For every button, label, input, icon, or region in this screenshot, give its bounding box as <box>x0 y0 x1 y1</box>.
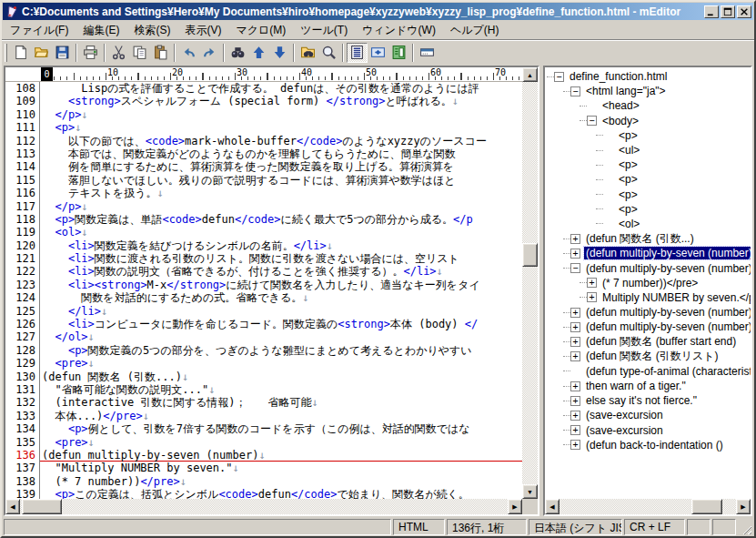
menu-item-5[interactable]: ツール(T) <box>293 21 355 40</box>
editor-line-row[interactable]: 125 </li>↓ <box>5 305 522 318</box>
editor-line-row[interactable]: 112 以下の節では、<code>mark-whole-buffer</code… <box>5 135 522 147</box>
new-file-button[interactable] <box>10 43 31 63</box>
print-button[interactable] <box>80 43 101 63</box>
editor-line-row[interactable]: 123 <li><strong>M-x</strong>に続けて関数名を入力した… <box>5 279 522 291</box>
scroll-track[interactable] <box>20 499 508 514</box>
close-button[interactable] <box>737 5 751 18</box>
scroll-right-button[interactable]: ▶ <box>508 499 522 514</box>
editor-line-row[interactable]: 126 <li>コンピュータに動作を命じるコード。関数定義の<strong>本体… <box>5 318 522 330</box>
tree-item-15[interactable]: +Multiply NUMBER by seven.</pre> <box>545 290 751 305</box>
menu-item-1[interactable]: 編集(E) <box>76 21 126 40</box>
expand-icon[interactable]: + <box>570 234 580 244</box>
editor-line-row[interactable]: 108 Lispの式を評価することで作成する。 defunは、その引数を通常のよ… <box>5 82 522 95</box>
expand-icon[interactable]: + <box>570 440 580 450</box>
tree-item-7[interactable]: <p> <box>545 172 751 187</box>
editor-line-row[interactable]: 120 <li>関数定義を結びつけるシンボルの名前。</li>↓ <box>5 239 522 252</box>
toolbar-grip[interactable] <box>5 44 7 62</box>
editor-line-row[interactable]: 138 (* 7 number))</pre>↓ <box>5 475 522 488</box>
menu-item-0[interactable]: ファイル(F) <box>3 21 76 40</box>
maximize-button[interactable] <box>721 5 735 18</box>
editor-line-row[interactable]: 139 <p>この定義は、括弧とシンボル<code>defun</code>で始… <box>5 488 522 499</box>
scroll-thumb[interactable] <box>691 499 722 514</box>
expand-icon[interactable]: + <box>570 322 580 332</box>
editor-line-row[interactable]: 115 落胆しないでほしい。残りの節で説明するコードには、算術演算や数学はほと <box>5 174 522 187</box>
scroll-left-button[interactable]: ◀ <box>545 499 559 514</box>
zoom-button[interactable] <box>318 43 339 63</box>
current-line-row[interactable]: 136(defun multiply-by-seven (number)↓ <box>5 449 522 462</box>
undo-button[interactable] <box>178 43 199 63</box>
find-next-button[interactable] <box>269 43 290 63</box>
title-bar[interactable]: C:¥Documents and Settings¥Hero¥My Docume… <box>3 3 753 20</box>
tree-item-16[interactable]: +(defun multiply-by-seven (number) <box>545 305 751 320</box>
tree-item-20[interactable]: (defun type-of-animal (characteristic) <box>545 364 751 379</box>
tree-item-9[interactable]: <p> <box>545 202 751 217</box>
editor-horizontal-scrollbar[interactable]: ◀ ▶ <box>5 499 522 514</box>
tree-item-12[interactable]: +(defun multiply-by-seven (number) <box>545 246 751 260</box>
cut-button[interactable] <box>108 43 129 63</box>
scroll-left-button[interactable]: ◀ <box>5 499 20 514</box>
collapse-icon[interactable]: − <box>570 86 580 96</box>
menu-item-7[interactable]: ヘルプ(H) <box>443 21 507 40</box>
scroll-thumb[interactable] <box>22 499 62 514</box>
editor-line-row[interactable]: 110 </p>↓ <box>5 108 522 121</box>
expand-icon[interactable]: + <box>570 308 580 318</box>
editor-line-row[interactable]: 114 例を簡単にするために、算術演算を使った関数定義を取り上げる。算術演算を <box>5 160 522 173</box>
expand-icon[interactable]: + <box>587 292 597 302</box>
expand-icon[interactable]: + <box>570 337 580 347</box>
tree-item-25[interactable]: +(defun back-to-indentation () <box>545 438 751 452</box>
expand-icon[interactable]: + <box>570 249 580 259</box>
tree-item-4[interactable]: <p> <box>545 128 751 143</box>
collapse-icon[interactable]: − <box>570 263 580 273</box>
editor-line-row[interactable]: 109 <strong>スペシャルフォーム (special form) </s… <box>5 95 522 107</box>
scroll-right-button[interactable]: ▶ <box>736 499 751 514</box>
scroll-up-button[interactable]: ▲ <box>522 67 538 82</box>
find-button[interactable] <box>227 43 248 63</box>
tree-item-22[interactable]: +else say it's not fierce." <box>545 393 751 408</box>
paste-button[interactable] <box>150 43 171 63</box>
save-file-button[interactable] <box>52 43 73 63</box>
outline-panel-button[interactable] <box>388 43 409 63</box>
view-normal-button[interactable] <box>347 43 368 63</box>
tree-item-6[interactable]: <p> <box>545 157 751 172</box>
editor-line-row[interactable]: 118 <p>関数定義は、単語<code>defun</code>に続く最大で5… <box>5 213 522 226</box>
redo-button[interactable] <box>199 43 220 63</box>
tree-item-24[interactable]: +(save-excursion <box>545 423 751 438</box>
editor-line-row[interactable]: 124 関数を対話的にするための式。省略できる。↓ <box>5 291 522 304</box>
expand-icon[interactable]: + <box>570 351 580 361</box>
word-wrap-button[interactable] <box>368 43 388 63</box>
collapse-icon[interactable]: − <box>554 72 564 82</box>
tree-item-18[interactable]: +(defun 関数名 (buffer start end) <box>545 334 751 349</box>
editor-line-row[interactable]: 113 本節では、関数定義がどのようなものかを理解してもらうために、簡単な関数 <box>5 147 522 160</box>
editor-line-row[interactable]: 127 </ol>↓ <box>5 330 522 343</box>
tree-item-0[interactable]: −define_function.html <box>545 69 751 84</box>
tree-item-21[interactable]: +then warn of a tiger." <box>545 379 751 393</box>
tree-item-14[interactable]: +(* 7 number))</pre> <box>545 276 751 290</box>
tree-horizontal-scrollbar[interactable]: ◀ ▶ <box>545 499 751 514</box>
menu-item-3[interactable]: 表示(V) <box>177 21 228 40</box>
find-in-files-button[interactable] <box>297 43 318 63</box>
tree-item-5[interactable]: <ul> <box>545 143 751 157</box>
scroll-track[interactable] <box>559 499 736 514</box>
editor-line-row[interactable]: 119 <ol>↓ <box>5 226 522 239</box>
resize-grip[interactable] <box>738 519 752 535</box>
editor-line-row[interactable]: 117 </p>↓ <box>5 200 522 213</box>
expand-icon[interactable]: + <box>570 411 580 421</box>
tree-item-10[interactable]: <ol> <box>545 217 751 231</box>
tree-item-3[interactable]: −<body> <box>545 114 751 128</box>
editor-line-row[interactable]: 129 <pre>↓ <box>5 357 522 370</box>
scroll-down-button[interactable]: ▼ <box>522 484 538 499</box>
scroll-track[interactable] <box>522 82 538 484</box>
tree-item-13[interactable]: −(defun multiply-by-seven (number) <box>545 260 751 275</box>
expand-icon[interactable]: + <box>570 396 580 406</box>
scroll-thumb[interactable] <box>522 243 538 267</box>
command-bar-button[interactable] <box>417 43 438 63</box>
tree-item-2[interactable]: <head> <box>545 98 751 113</box>
editor-line-row[interactable]: 134 <p>例として、引数を7倍する関数のコードを示す（この例は、対話的関数で… <box>5 422 522 435</box>
expand-icon[interactable]: + <box>587 278 597 288</box>
editor-line-row[interactable]: 135 <pre>↓ <box>5 436 522 449</box>
tree-item-11[interactable]: +(defun 関数名 (引数...) <box>545 231 751 246</box>
copy-button[interactable] <box>129 43 150 63</box>
editor-line-row[interactable]: 130(defun 関数名 (引数...)↓ <box>5 371 522 383</box>
minimize-button[interactable] <box>704 5 719 18</box>
tree-item-1[interactable]: −<html lang="ja"> <box>545 84 751 98</box>
